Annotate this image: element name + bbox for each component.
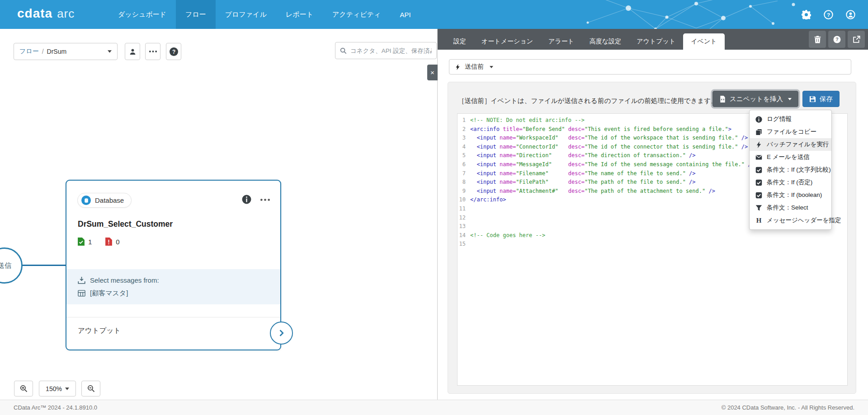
snippet-menu-item-1[interactable]: ログ情報 [750, 113, 831, 126]
checksq-icon [755, 192, 762, 199]
snippet-menu-item-8[interactable]: 条件文：Select [750, 201, 831, 214]
panel-tab-3[interactable]: アラート [541, 33, 582, 50]
profile-filter-button[interactable] [125, 43, 140, 60]
settings-gear-icon[interactable] [802, 10, 811, 19]
code-text: <arc:info title="Before Send" desc="This… [470, 125, 731, 134]
panel-collapse-button[interactable]: × [427, 65, 438, 80]
menu-item-label: ファイルをコピー [767, 128, 816, 136]
snippet-menu-item-5[interactable]: 条件文：If (文字列比較) [750, 163, 831, 176]
panel-tab-4[interactable]: 高度な設定 [582, 33, 629, 50]
zoom-in-button[interactable] [14, 381, 33, 396]
search-input[interactable] [350, 47, 432, 54]
event-type-select[interactable]: 送信前 [449, 59, 851, 75]
menu-item-label: 条件文：If (文字列比較) [767, 166, 831, 174]
external-link-icon [853, 36, 860, 43]
line-number: 2 [458, 125, 470, 134]
insert-snippet-label: スニペットを挿入 [730, 95, 783, 103]
code-line-15: 15 [458, 240, 847, 249]
insert-snippet-button[interactable]: スニペットを挿入 [712, 91, 798, 107]
question-circle-icon: ? [833, 36, 841, 43]
open-in-new-button[interactable] [848, 31, 865, 48]
success-count[interactable]: 1 [78, 238, 92, 246]
user-account-icon[interactable] [846, 10, 855, 19]
send-port-node[interactable]: 送信 [0, 247, 23, 284]
event-type-value: 送信前 [465, 63, 484, 71]
flow-breadcrumb-select[interactable]: フロー / DrSum [14, 43, 118, 60]
nav-item-4[interactable]: レポート [276, 0, 323, 29]
snippet-menu-item-4[interactable]: E メールを送信 [750, 151, 831, 163]
panel-tab-1[interactable]: 設定 [446, 33, 474, 50]
connector-title: DrSum_Select_Customer [78, 219, 173, 229]
panel-tab-6[interactable]: イベント [683, 33, 724, 50]
menu-item-label: 条件文：If (否定) [767, 178, 812, 187]
chevron-down-icon [788, 98, 792, 100]
code-text: <input name="Filename" desc="The name of… [470, 169, 696, 178]
select-messages-label: Select messages from: [90, 276, 159, 284]
zoom-level-select[interactable]: 150% [39, 381, 76, 396]
success-doc-icon [78, 238, 85, 246]
success-count-value: 1 [88, 238, 92, 246]
line-number: 9 [458, 187, 470, 196]
card-divider [66, 317, 280, 317]
select-messages-row: Select messages from: [78, 274, 280, 287]
line-number: 7 [458, 169, 470, 178]
code-text: <input name="ConnectorId" desc="The id o… [470, 143, 748, 152]
nav-item-2[interactable]: フロー [176, 0, 216, 29]
canvas-help-button[interactable]: ? [166, 43, 181, 60]
output-expand-button[interactable] [270, 322, 293, 345]
zoom-out-icon [87, 385, 95, 392]
app-footer: CData Arc™ 2024 - 24.1.8910.0 © 2024 CDa… [0, 400, 868, 415]
more-options-button[interactable] [145, 43, 160, 60]
panel-tabs: 設定オートメーションアラート高度な設定アウトプットイベント [446, 33, 725, 50]
chevron-right-icon [278, 329, 285, 337]
zoom-out-button[interactable] [81, 381, 100, 396]
constellation-decoration [561, 0, 814, 29]
line-number: 8 [458, 178, 470, 187]
flow-canvas[interactable]: フロー / DrSum ? 送信 Database DrSum_Select_C… [0, 29, 437, 400]
nav-item-3[interactable]: プロファイル [216, 0, 276, 29]
connector-card[interactable]: Database DrSum_Select_Customer 1 0 Selec… [66, 180, 281, 350]
connector-type-badge: Database [77, 193, 132, 208]
question-circle-icon: ? [170, 47, 178, 56]
database-icon [81, 196, 91, 205]
copy-icon [755, 129, 762, 135]
help-icon[interactable]: ? [824, 10, 833, 19]
nav-item-6[interactable]: API [390, 0, 420, 29]
error-count[interactable]: 0 [105, 238, 119, 246]
mail-icon [755, 154, 762, 161]
output-label[interactable]: アウトプット [78, 326, 121, 336]
source-table-row[interactable]: [顧客マスタ] [78, 287, 280, 300]
snippet-menu-item-6[interactable]: 条件文：If (否定) [750, 176, 831, 189]
snippet-menu-item-2[interactable]: ファイルをコピー [750, 126, 831, 138]
logo-arc: arc [57, 7, 75, 21]
snippet-menu-item-9[interactable]: Hメッセージヘッダーを指定 [750, 214, 831, 227]
zoom-in-icon [20, 385, 28, 392]
top-navbar: cdata arc ダッシュボードフロープロファイルレポートアクティビティAPI… [0, 0, 868, 29]
snippet-menu-item-3[interactable]: バッチファイルを実行 [750, 138, 831, 151]
breadcrumb-current: DrSum [47, 48, 67, 55]
connector-menu-icon[interactable] [259, 198, 271, 201]
footer-copyright: © 2024 CData Software, Inc. - All Rights… [722, 404, 854, 411]
menu-item-label: 条件文：Select [767, 204, 808, 212]
panel-help-button[interactable]: ? [828, 31, 845, 48]
nav-item-5[interactable]: アクティビティ [323, 0, 390, 29]
line-number: 12 [458, 214, 470, 223]
connector-type-label: Database [95, 196, 124, 204]
message-counts: 1 0 [78, 238, 120, 246]
svg-text:?: ? [827, 11, 830, 18]
snippet-menu-item-7[interactable]: 条件文：If (boolean) [750, 189, 831, 201]
nav-item-1[interactable]: ダッシュボード [108, 0, 176, 29]
trash-icon [814, 36, 821, 43]
code-text: </arc:info> [470, 196, 506, 205]
delete-connector-button[interactable] [809, 31, 826, 48]
menu-item-label: メッセージヘッダーを指定 [767, 216, 841, 224]
connector-info-icon[interactable] [242, 195, 251, 204]
save-button[interactable]: 保存 [802, 91, 840, 107]
app-logo[interactable]: cdata arc [17, 6, 75, 21]
menu-item-label: バッチファイルを実行 [767, 140, 829, 149]
panel-tab-5[interactable]: アウトプット [629, 33, 683, 50]
bolt-icon [455, 64, 461, 70]
panel-tab-2[interactable]: オートメーション [474, 33, 541, 50]
footer-version: CData Arc™ 2024 - 24.1.8910.0 [14, 404, 97, 411]
code-text: <input name="FilePath" desc="The path of… [470, 178, 696, 187]
